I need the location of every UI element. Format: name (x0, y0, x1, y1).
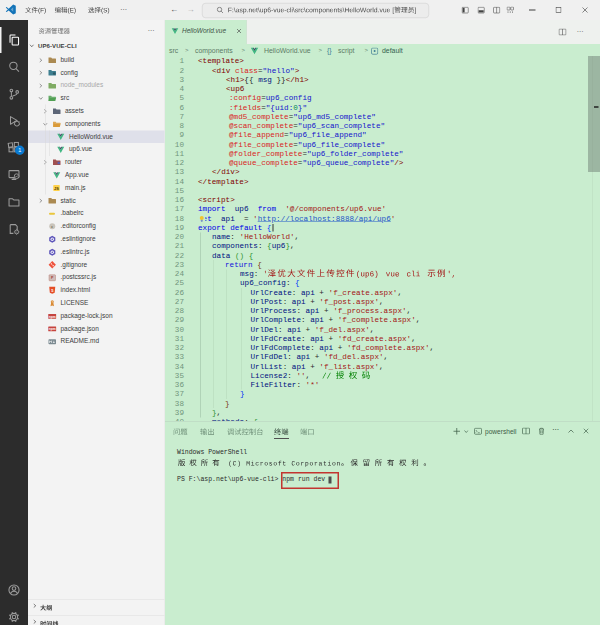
svg-text:npm: npm (49, 327, 56, 331)
svg-text:e: e (51, 224, 53, 229)
svg-text:JS: JS (54, 186, 59, 191)
svg-text:npm: npm (49, 314, 56, 318)
